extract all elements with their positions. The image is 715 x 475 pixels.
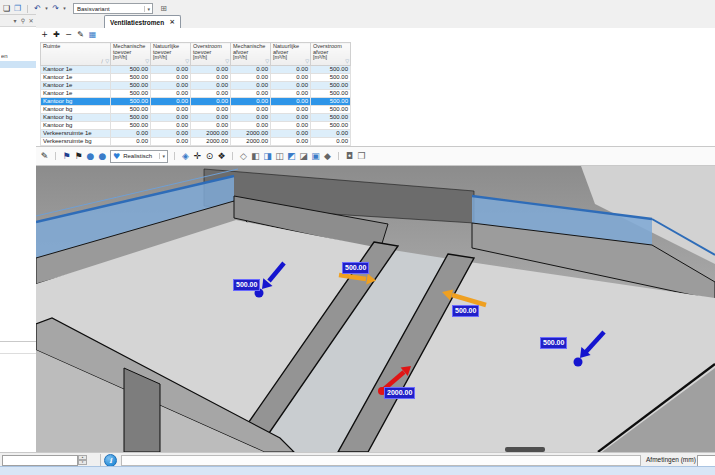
redo-icon[interactable]: ↷ bbox=[51, 4, 60, 13]
tree-item-selected[interactable] bbox=[0, 61, 36, 68]
view-left-icon[interactable]: ◩ bbox=[287, 152, 296, 161]
spinner-control[interactable]: ▴ ▾ bbox=[78, 455, 87, 464]
camera-icon[interactable]: ◘ bbox=[345, 152, 354, 161]
table-row[interactable]: Kantoor bg500.000.000.000.000.00500.00 bbox=[41, 122, 351, 130]
flow-label-overflow-1[interactable]: 500.00 bbox=[342, 262, 369, 274]
flow-value-cell: 0.00 bbox=[231, 98, 271, 106]
panel-pin-icon[interactable]: ⚲ bbox=[20, 16, 26, 25]
filter-icon[interactable]: ▽ bbox=[265, 59, 269, 65]
dimension-label: Afmetingen (mm) bbox=[646, 456, 696, 463]
undo-dropdown-icon[interactable]: ▾ bbox=[44, 4, 49, 13]
viewport-toolbar-icons-right: ◈✛⊙❖◇◧◨◫◩◪▣◆◘❐ bbox=[171, 152, 366, 161]
filter-icon[interactable]: ▽ bbox=[345, 59, 349, 65]
render-mode-value: Realistisch bbox=[120, 153, 159, 159]
main-toolbar-icons: ❏❐↶▾↷▾ bbox=[2, 4, 67, 13]
flow-value-cell: 2000.00 bbox=[191, 130, 231, 138]
pan-icon[interactable]: ✛ bbox=[193, 152, 202, 161]
table-row[interactable]: Kantoor 1e500.000.000.000.000.00500.00 bbox=[41, 82, 351, 90]
view-back-icon[interactable]: ◫ bbox=[275, 152, 284, 161]
redo-dropdown-icon[interactable]: ▾ bbox=[62, 4, 67, 13]
sort-icon[interactable]: ∕ bbox=[101, 59, 103, 65]
zoom-extents-icon[interactable]: ❖ bbox=[217, 152, 226, 161]
view-front-icon[interactable]: ◨ bbox=[263, 152, 272, 161]
copy-document-icon[interactable]: ❐ bbox=[13, 4, 22, 13]
select-pen-icon[interactable]: ✎ bbox=[40, 152, 49, 161]
column-header-overstroom-toevoer[interactable]: Overstroomtoevoer[m³/h]▽ bbox=[191, 43, 231, 66]
variant-selector[interactable]: Basisvariant ▾ bbox=[73, 3, 153, 14]
tab-ventilatiestromen[interactable]: Ventilatiestromen × bbox=[104, 15, 181, 28]
flow-value-cell: 500.00 bbox=[311, 82, 351, 90]
panel-dropdown-icon[interactable]: ▾ bbox=[12, 16, 18, 25]
panel-close-icon[interactable]: ✕ bbox=[28, 16, 34, 25]
flow-label-overflow-2[interactable]: 500.00 bbox=[452, 305, 479, 317]
calculator-icon[interactable]: ⊞ bbox=[159, 4, 168, 13]
tab-label: Ventilatiestromen bbox=[110, 19, 164, 26]
flow-value-cell: 500.00 bbox=[311, 74, 351, 82]
filter-icon[interactable]: ▽ bbox=[185, 59, 189, 65]
room-name-cell: Kantoor 1e bbox=[41, 74, 111, 82]
flow-label-supply-1[interactable]: 500.00 bbox=[233, 279, 260, 291]
edit-row-icon[interactable]: ✎ bbox=[76, 30, 85, 39]
table-row[interactable]: Kantoor 1e500.000.000.000.000.00500.00 bbox=[41, 66, 351, 74]
view-bottom-icon[interactable]: ▣ bbox=[311, 152, 320, 161]
room-name-cell: Kantoor bg bbox=[41, 122, 111, 130]
flow-label-exhaust-1[interactable]: 2000.00 bbox=[384, 387, 415, 399]
flow-value-cell: 0.00 bbox=[191, 114, 231, 122]
3d-viewport[interactable]: 500.00 500.00 500.00 2000.00 500.00 bbox=[36, 166, 715, 452]
flow-value-cell: 0.00 bbox=[151, 90, 191, 98]
flow-value-cell: 0.00 bbox=[151, 82, 191, 90]
render-mode-selector[interactable]: ♥ Realistisch ▾ bbox=[110, 150, 168, 163]
status-left-input[interactable] bbox=[2, 455, 78, 466]
orbit-icon[interactable]: ◈ bbox=[181, 152, 190, 161]
chevron-down-icon[interactable]: ▾ bbox=[144, 6, 152, 12]
tab-close-icon[interactable]: × bbox=[169, 18, 175, 26]
view-top-icon[interactable]: ◧ bbox=[251, 152, 260, 161]
flow-value-cell: 0.00 bbox=[191, 90, 231, 98]
column-header-overstroom-afvoer[interactable]: Overstroomafvoer[m³/h]▽ bbox=[311, 43, 351, 66]
status-message-field bbox=[121, 455, 641, 466]
pin-exhaust-icon[interactable]: ⚑ bbox=[74, 152, 83, 161]
filter-icon[interactable]: ▽ bbox=[225, 59, 229, 65]
pin-supply-icon[interactable]: ⚑ bbox=[62, 152, 71, 161]
view-iso-icon[interactable]: ◇ bbox=[239, 152, 248, 161]
column-header-mechanische-toevoer[interactable]: Mechanischetoevoer[m³/h]▽ bbox=[111, 43, 151, 66]
delete-row-icon[interactable]: − bbox=[64, 30, 73, 39]
flow-label-supply-2[interactable]: 500.00 bbox=[540, 337, 567, 349]
flow-value-cell: 0.00 bbox=[271, 98, 311, 106]
chevron-down-icon[interactable]: ▾ bbox=[159, 153, 167, 159]
3d-scene[interactable] bbox=[36, 166, 715, 452]
column-header-ruimte[interactable]: Ruimte∕▽ bbox=[41, 43, 111, 66]
table-row[interactable]: Kantoor bg500.000.000.000.000.00500.00 bbox=[41, 114, 351, 122]
column-header-natuurlijke-toevoer[interactable]: Natuurlijketoevoer[m³/h]▽ bbox=[151, 43, 191, 66]
separator bbox=[55, 152, 56, 160]
new-document-icon[interactable]: ❏ bbox=[2, 4, 11, 13]
zoom-icon[interactable]: ⊙ bbox=[205, 152, 214, 161]
view-perspective-icon[interactable]: ◆ bbox=[323, 152, 332, 161]
flow-value-cell: 0.00 bbox=[151, 138, 191, 146]
table-row[interactable]: Kantoor 1e500.000.000.000.000.00500.00 bbox=[41, 74, 351, 82]
room-name-cell: Kantoor 1e bbox=[41, 66, 111, 74]
marker-sphere-icon[interactable]: ● bbox=[86, 152, 95, 161]
view-right-icon[interactable]: ◪ bbox=[299, 152, 308, 161]
column-header-natuurlijke-afvoer[interactable]: Natuurlijkeafvoer[m³/h]▽ bbox=[271, 43, 311, 66]
marker-sphere-alt-icon[interactable]: ● bbox=[98, 152, 107, 161]
section-plane-icon[interactable]: ❐ bbox=[357, 152, 366, 161]
grid-settings-icon[interactable]: ▦ bbox=[88, 30, 97, 39]
undo-icon[interactable]: ↶ bbox=[33, 4, 42, 13]
table-row[interactable]: Verkeersruimte 1e0.000.002000.002000.000… bbox=[41, 130, 351, 138]
table-row[interactable]: Kantoor 1e500.000.000.000.000.00500.00 bbox=[41, 90, 351, 98]
add-multiple-icon[interactable]: ✚ bbox=[52, 30, 61, 39]
filter-icon[interactable]: ▽ bbox=[145, 59, 149, 65]
filter-icon[interactable]: ▽ bbox=[305, 59, 309, 65]
table-row[interactable]: Verkeersruimte bg0.000.002000.002000.000… bbox=[41, 138, 351, 146]
filter-icon[interactable]: ▽ bbox=[105, 59, 109, 65]
separator bbox=[27, 5, 28, 13]
grid-toolbar: +✚−✎▦ bbox=[40, 29, 97, 40]
table-row[interactable]: Kantoor bg500.000.000.000.000.00500.00 bbox=[41, 106, 351, 114]
column-header-mechanische-afvoer[interactable]: Mechanischeafvoer[m³/h]▽ bbox=[231, 43, 271, 66]
add-row-icon[interactable]: + bbox=[40, 30, 49, 39]
flow-value-cell: 0.00 bbox=[231, 66, 271, 74]
separator bbox=[232, 152, 233, 160]
table-row[interactable]: Kantoor bg500.000.000.000.000.00500.00 bbox=[41, 98, 351, 106]
spinner-down-icon[interactable]: ▾ bbox=[78, 460, 87, 465]
